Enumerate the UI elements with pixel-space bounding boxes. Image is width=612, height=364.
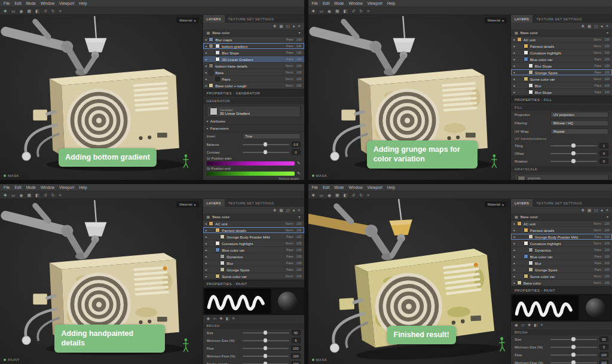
visibility-icon[interactable]: ● [206,78,207,81]
blend-mode[interactable]: Pass [286,248,293,252]
slider-value[interactable]: 0 [599,158,608,164]
slider[interactable] [243,332,289,334]
visibility-icon[interactable]: ● [206,58,207,61]
layer-name[interactable]: Some color var [530,77,592,81]
layer-thumbnail[interactable] [528,234,533,239]
blend-mode[interactable]: Norm [593,241,601,245]
blend-mode[interactable]: Norm [593,44,601,48]
param-select[interactable]: UV projection [550,112,608,118]
layer-name[interactable]: AC unit [524,38,592,42]
blend-mode[interactable]: Pass [594,248,601,252]
layer-name[interactable]: Blur Slope [535,64,593,68]
layer-name[interactable]: Base color [524,281,592,285]
layer-thumbnail[interactable] [209,83,213,88]
layer-opacity[interactable]: 100 [295,235,302,238]
blend-mode[interactable]: Norm [286,228,293,232]
blend-mode[interactable]: Norm [593,222,601,225]
visibility-icon[interactable]: ● [206,71,207,74]
slider[interactable] [550,347,597,348]
layer-opacity[interactable]: 100 [295,222,302,225]
layer-row[interactable]: ● AC unit Norm 100 [511,36,612,43]
layer-row[interactable]: ● Blur Pass 100 [511,82,612,89]
layer-thumbnail[interactable] [220,267,225,272]
visibility-icon[interactable]: ● [513,282,515,285]
layer-thumbnail[interactable] [215,50,220,55]
layer-opacity[interactable]: 100 [295,261,302,265]
tool-icon[interactable]: ↻ [359,7,363,15]
blend-mode[interactable]: Pass [594,90,601,94]
layer-thumbnail[interactable] [528,90,533,94]
layer-thumbnail[interactable] [215,241,220,246]
visibility-icon[interactable]: ● [206,262,207,265]
blend-mode[interactable]: Pass [594,235,601,238]
gradient-bar[interactable] [207,172,295,176]
layers-tool-icon[interactable]: ▦ [587,23,591,29]
layer-thumbnail[interactable] [215,247,220,252]
tool-icon[interactable]: ◧ [344,7,348,15]
layer-row[interactable]: ● Blur Slope Pass 100 [511,63,612,69]
tab-texture-set-settings[interactable]: TEXTURE SET SETTINGS [225,199,277,207]
layer-row[interactable]: ● Painted details Norm 100 [511,227,612,234]
layers-tool-icon[interactable]: ✚ [273,207,276,213]
layer-thumbnail[interactable] [220,254,225,259]
menu-item[interactable]: Window [41,184,54,191]
layer-thumbnail[interactable] [215,77,220,81]
tool-icon[interactable]: ◧ [35,7,39,15]
menu-item[interactable]: Help [79,184,87,191]
menu-item[interactable]: Edit [323,0,329,7]
layer-opacity[interactable]: 100 [295,248,302,252]
slider-value[interactable]: 100 [599,360,608,364]
menu-item[interactable]: Mode [26,0,36,7]
menu-item[interactable]: Edit [14,184,21,191]
layer-thumbnail[interactable] [528,261,533,265]
brush-stroke-preview[interactable] [204,289,271,314]
edit-icon[interactable]: ✎ [297,171,300,176]
blend-mode[interactable]: Pass [286,268,293,271]
tool-icon[interactable]: ≡ [367,191,369,199]
layer-row[interactable]: ● Curvature highlight Norm 100 [203,240,304,247]
layer-name[interactable]: Blue color var [222,248,284,252]
layer-row[interactable]: ● Some color var Norm 100 [511,273,612,280]
blend-mode[interactable]: Norm [593,274,601,278]
visibility-icon[interactable]: ● [513,58,515,61]
visibility-icon[interactable]: ● [206,222,207,225]
edit-icon[interactable]: ✎ [297,161,300,166]
menu-item[interactable]: Viewport [59,184,74,191]
tool-icon[interactable]: ✚ [312,191,316,199]
visibility-icon[interactable]: ● [206,51,207,54]
visibility-icon[interactable]: ● [206,242,207,245]
blend-mode[interactable]: Pass [286,235,293,238]
layer-thumbnail[interactable] [215,57,220,62]
mask-thumbnail[interactable] [215,44,220,48]
menu-item[interactable]: Viewport [368,0,382,7]
visibility-icon[interactable]: ● [513,45,515,48]
visibility-icon[interactable]: ● [206,275,207,278]
visibility-icon[interactable]: ● [206,84,207,87]
tab-layers[interactable]: LAYERS [511,199,533,207]
menu-item[interactable]: Help [79,0,87,7]
layer-row[interactable]: ● Base Norm 100 [203,69,304,76]
layers-tool-icon[interactable]: ▦ [279,207,283,213]
visibility-icon[interactable]: ● [513,249,515,252]
layer-name[interactable]: Paint [222,77,284,81]
visibility-icon[interactable]: ● [513,65,515,68]
blend-mode[interactable]: Pass [594,261,601,265]
slider[interactable] [550,153,597,154]
layer-row[interactable]: ● Blur maps Pass 100 [203,36,304,43]
slider[interactable] [550,145,597,146]
tool-icon[interactable]: ▦ [27,191,32,199]
layer-name[interactable]: Curvature highlight [530,241,592,246]
layer-name[interactable]: Dynamics [535,248,593,252]
slider-value[interactable]: 100 [291,345,300,351]
layer-row[interactable]: ● Blue color var Pass 100 [203,247,304,253]
paint-tool-icon[interactable]: ▭ [213,315,216,322]
blend-mode[interactable]: Norm [593,77,601,81]
tool-icon[interactable]: ▦ [335,7,339,15]
tab-texture-set-settings[interactable]: TEXTURE SET SETTINGS [533,15,585,23]
layer-name[interactable]: Blue color var [530,255,593,259]
layer-opacity[interactable]: 100 [603,71,610,74]
layer-thumbnail[interactable] [524,228,528,233]
visibility-icon[interactable]: ● [513,78,515,81]
viewport-3d[interactable]: Material ▾ PAINT Adding handpainted deta… [0,199,203,364]
layer-name[interactable]: Blur maps [215,38,284,42]
